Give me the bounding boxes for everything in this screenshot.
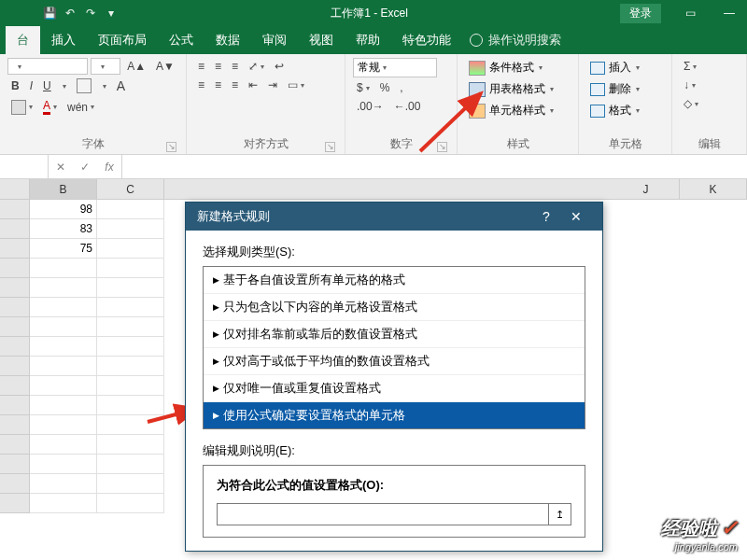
bold-button[interactable]: B bbox=[7, 77, 23, 94]
tab-special[interactable]: 特色功能 bbox=[391, 26, 462, 54]
cell[interactable] bbox=[30, 494, 97, 513]
cell[interactable] bbox=[97, 376, 164, 396]
fill-color-icon[interactable] bbox=[7, 98, 36, 117]
cell[interactable] bbox=[30, 278, 97, 298]
col-header-j[interactable]: J bbox=[613, 179, 680, 199]
cell[interactable] bbox=[97, 494, 164, 513]
cell[interactable] bbox=[30, 337, 97, 357]
border-dropdown[interactable] bbox=[98, 80, 110, 92]
row-header[interactable] bbox=[0, 455, 30, 474]
rule-item[interactable]: ▶只为包含以下内容的单元格设置格式 bbox=[204, 294, 585, 321]
row-header[interactable] bbox=[0, 474, 30, 494]
tab-page-layout[interactable]: 页面布局 bbox=[87, 26, 158, 54]
cell[interactable] bbox=[97, 219, 164, 239]
qat-customize-icon[interactable]: ▾ bbox=[104, 7, 119, 20]
cell[interactable] bbox=[97, 455, 164, 474]
row-header[interactable] bbox=[0, 357, 30, 376]
wrap-text-icon[interactable]: ↩ bbox=[271, 58, 288, 75]
font-size-combo[interactable] bbox=[91, 58, 121, 75]
cell[interactable] bbox=[97, 474, 164, 494]
cell[interactable] bbox=[97, 259, 164, 278]
rule-type-list[interactable]: ▶基于各自值设置所有单元格的格式 ▶只为包含以下内容的单元格设置格式 ▶仅对排名… bbox=[203, 266, 585, 429]
cell[interactable]: 75 bbox=[30, 239, 97, 259]
decrease-indent-icon[interactable]: ⇤ bbox=[245, 77, 261, 93]
rule-item[interactable]: ▶仅对排名靠前或靠后的数值设置格式 bbox=[204, 321, 585, 348]
font-dialog-launcher-icon[interactable]: ↘ bbox=[166, 142, 176, 152]
row-header[interactable] bbox=[0, 415, 30, 435]
cell[interactable] bbox=[97, 415, 164, 435]
format-cells-button[interactable]: 格式 bbox=[586, 101, 664, 120]
cell[interactable] bbox=[97, 357, 164, 376]
fx-icon[interactable]: fx bbox=[97, 155, 121, 178]
font-big-a-icon[interactable]: A bbox=[113, 77, 129, 95]
orientation-icon[interactable]: ⤢ bbox=[245, 58, 268, 75]
confirm-formula-icon[interactable]: ✓ bbox=[73, 155, 97, 178]
cell[interactable]: 98 bbox=[30, 200, 97, 219]
row-header[interactable] bbox=[0, 219, 30, 239]
italic-button[interactable]: I bbox=[26, 77, 36, 94]
align-dialog-launcher-icon[interactable]: ↘ bbox=[325, 142, 335, 152]
cell[interactable] bbox=[97, 337, 164, 357]
cell[interactable] bbox=[97, 278, 164, 298]
ribbon-options-icon[interactable]: ▭ bbox=[672, 7, 708, 20]
cell[interactable] bbox=[97, 298, 164, 317]
dialog-help-button[interactable]: ? bbox=[531, 209, 561, 224]
decrease-decimal-icon[interactable]: ←.00 bbox=[390, 98, 425, 115]
redo-icon[interactable]: ↷ bbox=[83, 7, 98, 20]
cell[interactable] bbox=[30, 455, 97, 474]
save-icon[interactable]: 💾 bbox=[42, 7, 57, 20]
tab-data[interactable]: 数据 bbox=[204, 26, 251, 54]
cell[interactable] bbox=[30, 415, 97, 435]
tab-review[interactable]: 审阅 bbox=[251, 26, 298, 54]
align-right-icon[interactable]: ≡ bbox=[228, 77, 242, 93]
percent-icon[interactable]: % bbox=[376, 79, 394, 96]
clear-icon[interactable]: ◇ bbox=[680, 95, 702, 112]
tab-view[interactable]: 视图 bbox=[298, 26, 345, 54]
font-color-icon[interactable]: A bbox=[39, 97, 61, 117]
cell[interactable] bbox=[30, 396, 97, 415]
row-header[interactable] bbox=[0, 200, 30, 219]
rule-item[interactable]: ▶基于各自值设置所有单元格的格式 bbox=[204, 267, 585, 294]
login-button[interactable]: 登录 bbox=[620, 4, 661, 23]
insert-cells-button[interactable]: 插入 bbox=[586, 58, 664, 77]
tab-formulas[interactable]: 公式 bbox=[158, 26, 204, 54]
col-header-b[interactable]: B bbox=[30, 179, 97, 199]
accounting-icon[interactable]: $ bbox=[353, 79, 374, 96]
row-header[interactable] bbox=[0, 435, 30, 455]
cell[interactable] bbox=[30, 376, 97, 396]
number-format-combo[interactable]: 常规 bbox=[353, 58, 437, 77]
autosum-icon[interactable]: Σ bbox=[680, 58, 700, 75]
decrease-font-icon[interactable]: A▼ bbox=[152, 58, 178, 75]
dialog-titlebar[interactable]: 新建格式规则 ? ✕ bbox=[186, 203, 602, 231]
underline-button[interactable]: U bbox=[39, 77, 55, 94]
align-bottom-icon[interactable]: ≡ bbox=[228, 58, 242, 75]
row-header[interactable] bbox=[0, 298, 30, 317]
number-dialog-launcher-icon[interactable]: ↘ bbox=[437, 142, 447, 152]
cancel-formula-icon[interactable]: ✕ bbox=[49, 155, 73, 178]
cell[interactable] bbox=[30, 259, 97, 278]
increase-font-icon[interactable]: A▲ bbox=[123, 58, 149, 75]
select-all-corner[interactable] bbox=[0, 179, 30, 199]
align-top-icon[interactable]: ≡ bbox=[194, 58, 208, 75]
font-name-combo[interactable] bbox=[7, 58, 88, 75]
row-header[interactable] bbox=[0, 396, 30, 415]
row-header[interactable] bbox=[0, 278, 30, 298]
cell[interactable] bbox=[30, 435, 97, 455]
cell[interactable] bbox=[97, 435, 164, 455]
range-selector-button[interactable]: ↥ bbox=[549, 503, 571, 525]
row-header[interactable] bbox=[0, 317, 30, 337]
conditional-format-button[interactable]: 条件格式 bbox=[465, 58, 571, 77]
comma-icon[interactable]: , bbox=[396, 79, 406, 96]
col-header-k[interactable]: K bbox=[680, 179, 747, 199]
cell[interactable] bbox=[97, 396, 164, 415]
align-center-icon[interactable]: ≡ bbox=[211, 77, 225, 93]
phonetic-icon[interactable]: wén bbox=[63, 99, 98, 116]
align-left-icon[interactable]: ≡ bbox=[194, 77, 208, 93]
border-icon[interactable] bbox=[73, 77, 95, 95]
merge-icon[interactable]: ▭ bbox=[284, 77, 308, 93]
rule-item-selected[interactable]: ▶使用公式确定要设置格式的单元格 bbox=[204, 402, 585, 428]
cell-styles-button[interactable]: 单元格样式 bbox=[465, 101, 571, 120]
tell-me[interactable]: 操作说明搜索 bbox=[470, 32, 561, 49]
row-header[interactable] bbox=[0, 337, 30, 357]
delete-cells-button[interactable]: 删除 bbox=[586, 79, 664, 99]
